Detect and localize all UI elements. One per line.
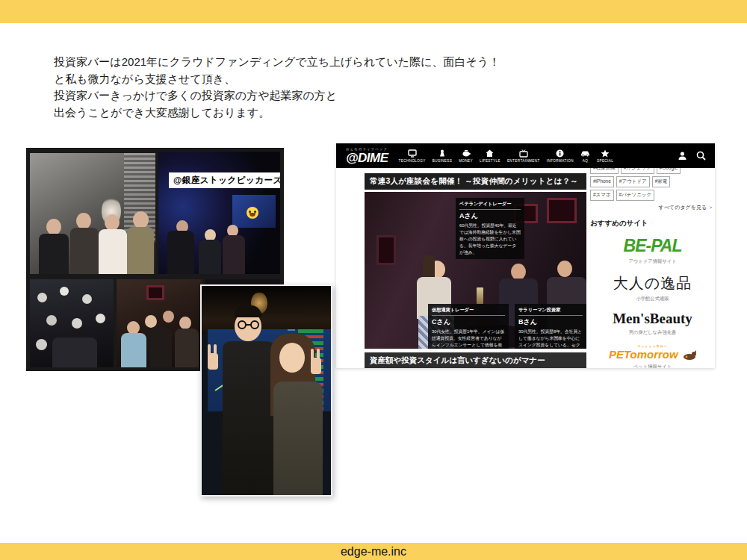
finger [317, 349, 320, 361]
collage-photo-ginza-stockpickers: @銀座ストックピッカーズ [158, 152, 280, 274]
nav-item-money[interactable]: MONEY [459, 149, 473, 163]
woman-head [279, 343, 305, 373]
collage-photo-group-selfie [117, 279, 202, 367]
bottom-accent-band: edge-me.inc [0, 543, 747, 560]
intro-line: 投資家バーきっかけで多くの投資家の方や起業家の方と [54, 87, 517, 105]
tag-row: #iPhone #アウトドア #家電 [590, 176, 715, 187]
nav-item-technology[interactable]: TECHNOLOGY [399, 149, 426, 163]
collage-photo-bar-women [30, 153, 155, 274]
mensbeauty-logo: Men'sBeauty [590, 311, 715, 327]
dime-header-icons [678, 151, 706, 161]
person-head [46, 219, 61, 235]
site-subtitle: アウトドア情報サイト [590, 258, 715, 265]
tag-chip[interactable]: #アウトドア [616, 176, 650, 187]
intro-line: 投資家バーは2021年にクラウドファンディングで立ち上げられていた際に、面白そう… [54, 54, 517, 71]
wall-frame [146, 285, 164, 300]
pet-tomorrow-logo: PETomorrow [609, 348, 678, 361]
person-body [121, 333, 146, 367]
dog-icon [683, 350, 696, 360]
info-icon [556, 149, 564, 158]
site-otona-no-ippin[interactable]: 大人の逸品 小学館公式通販 [590, 273, 715, 302]
nav-item-entertainment[interactable]: ENTERTAINMENT [507, 149, 540, 163]
profile-caption-c: 仮想通貨トレーダー Cさん 30代女性。投資歴1年半。メインは仮想通貨投資。女性… [428, 304, 509, 349]
article-headline: 常連3人が座談会を開催！ ～投資仲間のメリットとは？～ [365, 173, 586, 190]
dime-logo[interactable]: おとなのライフハック @DIME [346, 148, 388, 164]
profile-caption-a: ベテランデイトレーダー Aさん 60代男性。投資歴40年。最近では海外勤務経験を… [456, 198, 524, 259]
man-apron [223, 341, 275, 497]
bepal-logo: BE-PAL [590, 236, 715, 256]
person-body [99, 229, 127, 274]
article-photo: ベテランデイトレーダー Aさん 60代男性。投資歴40年。最近では海外勤務経験を… [365, 192, 586, 349]
intro-line: と私も微力ながら支援させて頂き、 [54, 71, 517, 88]
dime-logo-tagline: おとなのライフハック [346, 148, 388, 151]
see-all-tags-link[interactable]: すべてのタグを見る ＞ [590, 204, 713, 211]
person-body [167, 231, 194, 274]
photo-caption-badge: @銀座ストックピッカーズ [169, 172, 280, 188]
wall-frame [547, 198, 577, 223]
ippin-logo: 大人の逸品 [590, 273, 715, 293]
dime-sidebar: #石原良純 #ガジェット #Google #iPhone #アウトドア #家電 … [590, 163, 715, 368]
chess-pawn-icon [438, 149, 446, 158]
nav-item-information[interactable]: INFORMATION [547, 149, 574, 163]
nav-item-business[interactable]: BUSINESS [433, 149, 452, 163]
house-icon [486, 149, 494, 158]
man-hair [235, 305, 261, 317]
person-body [149, 327, 172, 367]
paddle [37, 293, 47, 302]
tag-chip[interactable]: #パナソニック [616, 190, 655, 201]
company-name: edge-me.inc [341, 545, 406, 559]
search-icon[interactable] [696, 151, 706, 161]
piggy-bank-icon [462, 149, 471, 158]
star-icon [601, 149, 610, 158]
drink-glass [477, 287, 483, 304]
dime-article: 常連3人が座談会を開催！ ～投資仲間のメリットとは？～ ベテランデイトレーダー … [365, 173, 586, 368]
dime-nav: TECHNOLOGY BUSINESS MONEY LIFESTYLE ENTE… [399, 149, 673, 163]
person-body [175, 329, 199, 367]
site-subtitle: 小学館公式通販 [590, 296, 715, 302]
tag-row: #スマホ #パナソニック [590, 190, 715, 201]
person-head [133, 211, 149, 228]
tag-chip[interactable]: #家電 [652, 176, 671, 187]
site-mens-beauty[interactable]: Men'sBeauty 男の身だしなみ強化書 [590, 311, 715, 336]
person-body [199, 240, 221, 274]
intro-line: 出会うことができ大変感謝しております。 [54, 105, 517, 122]
person-head [145, 315, 157, 328]
dime-body: 常連3人が座談会を開催！ ～投資仲間のメリットとは？～ ベテランデイトレーダー … [336, 168, 715, 368]
site-pet-tomorrow[interactable]: ペットトゥモロー PETomorrow ペット情報サイト [590, 344, 715, 368]
nav-item-lifestyle[interactable]: LIFESTYLE [480, 149, 500, 163]
site-subtitle: 男の身だしなみ強化書 [590, 329, 715, 336]
nav-item-special[interactable]: SPECIAL [597, 149, 613, 163]
site-subtitle: ペット情報サイト [590, 364, 715, 368]
glasses-icon [236, 320, 261, 329]
person-body [127, 227, 154, 274]
profile-caption-b: サラリーマン投資家 Bさん 30代男性。投資歴8年。会社員として働きながら米国株… [515, 304, 586, 349]
finger [208, 344, 211, 356]
photo-trading-bar-staff [200, 284, 332, 497]
paddle [96, 314, 105, 323]
finger [214, 344, 217, 356]
article-subheadline: 資産額や投資スタイルは言いすぎないのがマナー [365, 352, 586, 368]
paddle [72, 318, 82, 329]
user-icon[interactable] [678, 151, 687, 161]
person-head [179, 317, 191, 329]
collage-photo-group-paddles [30, 279, 114, 367]
dime-website-screenshot: おとなのライフハック @DIME TECHNOLOGY BUSINESS MON… [336, 143, 715, 368]
tag-chip[interactable]: #スマホ [590, 190, 614, 201]
person-head [163, 311, 174, 323]
top-accent-band [0, 0, 747, 23]
man1-head [511, 264, 526, 280]
nav-item-aq[interactable]: AQ [580, 149, 590, 163]
person-body [70, 228, 99, 274]
person-head [76, 213, 91, 229]
paddle [60, 287, 69, 296]
man2-head [557, 261, 572, 277]
grin-emoji-icon [247, 207, 258, 219]
crowd [52, 337, 97, 367]
monitor-icon [408, 149, 417, 158]
person-body [39, 234, 69, 274]
car-icon [580, 149, 590, 158]
site-bepal[interactable]: BE-PAL アウトドア情報サイト [590, 236, 715, 265]
person-head [105, 214, 120, 231]
intro-paragraph: 投資家バーは2021年にクラウドファンディングで立ち上げられていた際に、面白そう… [54, 54, 517, 121]
tag-chip[interactable]: #iPhone [590, 176, 614, 187]
